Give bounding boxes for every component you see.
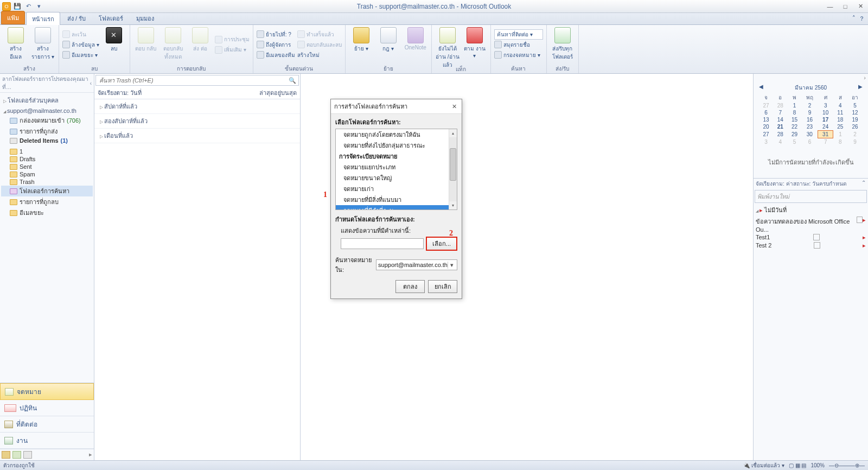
calendar-day[interactable]: 6 (759, 109, 773, 116)
calendar-day[interactable]: 5 (787, 138, 801, 146)
account-header[interactable]: support@mailmaster.co.th (1, 106, 93, 115)
calendar-day[interactable]: 20 (759, 123, 773, 131)
search-input[interactable] (98, 77, 289, 84)
calendar-day[interactable]: 28 (773, 131, 787, 138)
task-item[interactable]: ข้อความทดลองของ Microsoft Office Ou...▸ (754, 216, 868, 233)
calendar-day[interactable]: 11 (833, 109, 847, 116)
nav-mini-icons[interactable]: ▸ (0, 449, 94, 460)
find-contact-input[interactable]: ค้นหาที่ติดต่อ ▾ (494, 29, 543, 39)
search-folder-listbox[interactable]: จดหมายถูกส่งโดยตรงมาให้ฉันจดหมายที่ส่งไป… (335, 129, 457, 210)
cleanup-button[interactable]: ล้างข้อมูล ▾ (62, 40, 99, 49)
new-items-button[interactable]: สร้าง รายการ ▾ (30, 26, 55, 61)
task-item[interactable]: Test1▸ (754, 233, 868, 242)
help-icon[interactable]: ？ (859, 15, 865, 23)
new-task-input[interactable]: พิมพ์งานใหม่ (755, 190, 867, 203)
listbox-option[interactable]: จดหมายแยกประเภท (336, 162, 449, 173)
search-box[interactable]: 🔍 (95, 75, 299, 86)
minimize-button[interactable]: — (822, 2, 838, 11)
listbox-option[interactable]: จดหมายเก่า (336, 183, 449, 194)
calendar-day[interactable]: 8 (787, 109, 801, 116)
calendar-day[interactable]: 25 (833, 123, 847, 131)
arrange-by-label[interactable]: จัดเรียงตาม: วันที่ (98, 88, 142, 98)
listbox-option[interactable]: จดหมายที่มีคำที่ระบุ (336, 205, 449, 209)
calendar-day[interactable]: 6 (802, 138, 818, 146)
calendar-day[interactable]: 15 (787, 116, 801, 123)
folder-trash[interactable]: Trash (1, 178, 93, 186)
zoom-slider[interactable]: —⊖———⊕— (829, 462, 865, 468)
rules-button[interactable]: กฎ ▾ (376, 26, 401, 53)
maximize-button[interactable]: □ (838, 2, 853, 11)
group-last-month[interactable]: เดือนที่แล้ว (94, 129, 300, 143)
calendar-day[interactable]: 23 (802, 123, 818, 131)
calendar-day[interactable]: 24 (818, 123, 833, 131)
calendar-day[interactable]: 7 (818, 138, 833, 146)
personal-folders-header[interactable]: โฟลเดอร์ส่วนบุคคล (1, 94, 93, 106)
calendar-day[interactable]: 3 (818, 102, 833, 109)
new-email-button[interactable]: สร้าง อีเมล (3, 26, 28, 61)
filter-email-button[interactable]: กรองจดหมาย ▾ (494, 50, 543, 60)
folder-drafts[interactable]: Drafts (1, 155, 93, 163)
folder-spam[interactable]: Spam (1, 170, 93, 178)
folder-inbox[interactable]: กล่องจดหมายเข้า (706) (1, 115, 93, 126)
listbox-option[interactable]: จดหมายถูกส่งโดยตรงมาให้ฉัน (336, 129, 449, 140)
minimize-ribbon-icon[interactable]: ˄ (852, 15, 856, 23)
qat-undo-icon[interactable]: ↶ (24, 2, 33, 11)
calendar-day[interactable]: 18 (833, 116, 847, 123)
cancel-button[interactable]: ยกเลิก (428, 280, 457, 293)
address-book-button[interactable]: สมุดรายชื่อ (494, 40, 543, 49)
followup-button[interactable]: ตาม งาน ▾ (462, 26, 487, 59)
calendar-day[interactable]: 9 (847, 138, 863, 146)
qat-dropdown-icon[interactable]: ▾ (35, 2, 43, 11)
task-arrange-toggle[interactable]: ⌃ (861, 180, 866, 188)
qat-save-icon[interactable]: 💾 (13, 2, 22, 11)
calendar-day[interactable]: 22 (787, 123, 801, 131)
quickstep-moveto[interactable]: ย้ายไปที่: ? (257, 29, 295, 39)
nav-contacts[interactable]: ที่ติดต่อ (0, 416, 94, 433)
calendar-day[interactable]: 27 (759, 102, 773, 109)
calendar-day[interactable]: 21 (773, 123, 787, 131)
task-item[interactable]: Test 2▸ (754, 242, 868, 250)
quickstep-new[interactable]: สร้างใหม่ (297, 50, 342, 60)
calendar-day[interactable]: 3 (759, 138, 773, 146)
junk-button[interactable]: อีเมลขยะ ▾ (62, 50, 99, 60)
search-in-combo[interactable]: support@mailmaster.co.th▾ (376, 259, 457, 270)
view-buttons[interactable]: ▢ ▦ ▤ (789, 462, 807, 468)
calendar-day[interactable]: 13 (759, 116, 773, 123)
calendar-grid[interactable]: จอพพฤศสอา2728123456789101112131415161718… (759, 93, 863, 145)
listbox-option[interactable]: จดหมายขนาดใหญ่ (336, 173, 449, 183)
calendar-day[interactable]: 1 (833, 131, 847, 138)
nav-calendar[interactable]: ปฏิทิน (0, 400, 94, 416)
calendar-day[interactable]: 10 (818, 109, 833, 116)
calendar-day[interactable]: 14 (773, 116, 787, 123)
calendar-day[interactable]: 7 (773, 109, 787, 116)
listbox-option[interactable]: จดหมายที่มีสิ่งที่แนบมา (336, 194, 449, 205)
tab-folder[interactable]: โฟลเดอร์ (93, 11, 129, 24)
todo-collapse-icon[interactable]: › (754, 74, 868, 81)
calendar-day[interactable]: 2 (802, 102, 818, 109)
task-group-nodate[interactable]: ▸ ไม่มีวันที่ (754, 204, 868, 216)
calendar-day[interactable]: 26 (847, 123, 863, 131)
dialog-close-button[interactable]: ✕ (450, 103, 458, 110)
delete-button[interactable]: ลบ (101, 26, 126, 53)
send-receive-all-button[interactable]: ส่ง/รับทุก โฟลเดอร์ (550, 26, 575, 61)
unread-button[interactable]: ยังไม่ได้อ่าน /อ่านแล้ว (435, 26, 460, 69)
calendar-day[interactable]: 4 (773, 138, 787, 146)
arrange-order-label[interactable]: ล่าสุดอยู่บนสุด (259, 88, 297, 98)
folder-junk[interactable]: อีเมลขยะ (1, 207, 93, 218)
calendar-day[interactable]: 5 (847, 102, 863, 109)
listbox-scrollbar[interactable]: ▴▾ (449, 129, 457, 209)
tab-home[interactable]: หน้าแรก (26, 12, 60, 25)
calendar-day[interactable]: 19 (847, 116, 863, 123)
calendar-day[interactable]: 12 (847, 109, 863, 116)
task-arrange-label[interactable]: จัดเรียงตาม: ค่าสถานะ: วันครบกำหนด (756, 180, 846, 188)
next-month-icon[interactable]: ▶ (858, 84, 863, 90)
ok-button[interactable]: ตกลง (395, 280, 425, 293)
tab-sendreceive[interactable]: ส่ง / รับ (61, 11, 92, 24)
group-two-weeks[interactable]: สองสัปดาห์ที่แล้ว (94, 114, 300, 129)
calendar-day[interactable]: 16 (802, 116, 818, 123)
search-icon[interactable]: 🔍 (289, 77, 296, 84)
calendar-day[interactable]: 31 (818, 131, 833, 138)
calendar-day[interactable]: 4 (833, 102, 847, 109)
group-last-week[interactable]: สัปดาห์ที่แล้ว (94, 99, 300, 114)
calendar-day[interactable]: 27 (759, 131, 773, 138)
